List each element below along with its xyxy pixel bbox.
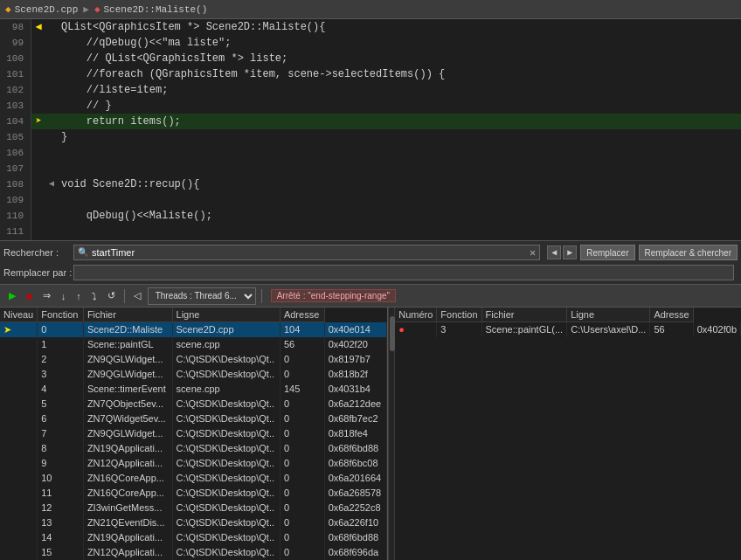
table-row[interactable]: 3ZN9QGLWidget...C:\QtSDK\Desktop\Qt..00x… <box>0 367 387 382</box>
row-arrow <box>0 367 38 382</box>
code-line: 106 <box>0 145 741 161</box>
reset-button[interactable]: ↺ <box>104 288 119 303</box>
line-number: 107 <box>0 161 31 176</box>
search-input[interactable] <box>92 247 530 258</box>
cell-fonction: ZN7QObject5ev... <box>83 397 172 411</box>
bp-cell-adresse: 0x402f0b <box>693 322 740 337</box>
table-row[interactable]: 15ZN12QApplicati...C:\QtSDK\Desktop\Qt..… <box>0 545 387 560</box>
table-row[interactable]: 5ZN7QObject5ev...C:\QtSDK\Desktop\Qt..00… <box>0 397 387 411</box>
cell-fichier: C:\QtSDK\Desktop\Qt.. <box>172 367 280 382</box>
step-into-button[interactable]: ↓ <box>58 289 70 303</box>
code-line: 99 //qDebug()<<"ma liste"; <box>0 35 741 51</box>
stop-button[interactable]: ■ <box>23 289 36 303</box>
line-content: } <box>58 129 67 145</box>
cell-fonction: ZN19QApplicati... <box>83 441 172 456</box>
search-prev-button[interactable]: ◀ <box>547 245 561 259</box>
table-row[interactable]: 4Scene::timerEventscene.cpp1450x4031b4 <box>0 382 387 397</box>
table-row[interactable]: 9ZN12QApplicati...C:\QtSDK\Desktop\Qt..0… <box>0 456 387 471</box>
table-row[interactable]: 2ZN9QGLWidget...C:\QtSDK\Desktop\Qt..00x… <box>0 352 387 367</box>
run-to-cursor-button[interactable]: ⤵ <box>88 289 100 303</box>
cell-adresse: 0x68f6bc08 <box>324 456 387 471</box>
cell-fonction: Scene2D::Maliste <box>83 322 172 337</box>
col-niveau: Niveau <box>0 308 38 322</box>
breakpoints-scroll[interactable]: Numéro Fonction Fichier Ligne Adresse ●3… <box>395 308 741 560</box>
clear-search-icon[interactable]: ✕ <box>530 246 536 259</box>
search-input-wrap: 🔍 ✕ <box>73 245 540 260</box>
breakpoints-panel: Numéro Fonction Fichier Ligne Adresse ●3… <box>395 308 741 560</box>
row-arrow <box>0 515 38 530</box>
line-content: void Scene2D::recup(){ <box>58 176 199 192</box>
step-out-button[interactable]: ↑ <box>73 289 85 303</box>
cell-fonction: ZN21QEventDis... <box>83 515 172 530</box>
cell-ligne: 0 <box>280 352 324 367</box>
code-line: 110 qDebug()<<Maliste(); <box>0 208 741 224</box>
cell-niveau: 5 <box>38 397 84 411</box>
breakpoints-table: Numéro Fonction Fichier Ligne Adresse ●3… <box>395 308 741 337</box>
line-content: //foreach (QGraphicsItem *item, scene->s… <box>58 66 445 82</box>
cell-niveau: 1 <box>38 337 84 352</box>
table-row[interactable]: 7ZN9QGLWidget...C:\QtSDK\Desktop\Qt..00x… <box>0 426 387 441</box>
cell-adresse: 0x6a2252c8 <box>324 501 387 515</box>
cell-niveau: 3 <box>38 367 84 382</box>
breakpoints-header: Numéro Fonction Fichier Ligne Adresse <box>395 308 740 322</box>
cell-ligne: 0 <box>280 530 324 545</box>
row-arrow <box>0 411 38 426</box>
table-row[interactable]: 8ZN19QApplicati...C:\QtSDK\Desktop\Qt..0… <box>0 441 387 456</box>
remplacer-chercher-button[interactable]: Remplacer & chercher <box>639 245 738 260</box>
cell-fichier: scene.cpp <box>172 337 280 352</box>
table-row[interactable]: 11ZN16QCoreApp...C:\QtSDK\Desktop\Qt..00… <box>0 486 387 501</box>
thread-select[interactable]: Threads : Thread 6... <box>148 287 256 305</box>
table-row[interactable]: ➤0Scene2D::MalisteScene2D.cpp1040x40e014 <box>0 322 387 337</box>
col-ligne: Ligne <box>172 308 280 322</box>
cell-niveau: 12 <box>38 501 84 515</box>
col-fonction: Fonction <box>38 308 84 322</box>
line-number: 105 <box>0 129 31 145</box>
cell-niveau: 6 <box>38 411 84 426</box>
cell-fichier: Scene2D.cpp <box>172 322 280 337</box>
step-over-button[interactable]: ⇒ <box>39 288 54 303</box>
table-row[interactable]: 6ZN7QWidget5ev...C:\QtSDK\Desktop\Qt..00… <box>0 411 387 426</box>
table-row[interactable]: ●3Scene::paintGL(...C:\Users\axel\D...56… <box>395 322 740 337</box>
line-number: 109 <box>0 192 31 208</box>
callstack-table: Niveau Fonction Fichier Ligne Adresse ➤0… <box>0 308 387 560</box>
file-icon: ◆ <box>5 3 11 15</box>
cell-fonction: ZN16QCoreApp... <box>83 471 172 486</box>
bp-cell-ligne: 56 <box>650 322 693 337</box>
cell-ligne: 0 <box>280 471 324 486</box>
continue-button[interactable]: ▶ <box>5 288 19 303</box>
titlebar-icon2: ◆ <box>94 3 100 15</box>
col-adresse: Adresse <box>280 308 324 322</box>
table-row[interactable]: 1Scene::paintGLscene.cpp560x402f20 <box>0 337 387 352</box>
bp-col-numero: Numéro <box>395 308 437 322</box>
callstack-header: Niveau Fonction Fichier Ligne Adresse <box>0 308 387 322</box>
code-line: 109 <box>0 192 741 208</box>
code-line: 107 <box>0 161 741 176</box>
search-next-button[interactable]: ▶ <box>563 245 577 259</box>
replace-input[interactable] <box>78 267 730 278</box>
remplacer-button[interactable]: Remplacer <box>580 245 634 260</box>
code-line: 108◀void Scene2D::recup(){ <box>0 176 741 192</box>
bp-cell-numero: 3 <box>437 322 481 337</box>
back-button[interactable]: ◁ <box>130 288 144 303</box>
table-row[interactable]: 14ZN19QApplicati...C:\QtSDK\Desktop\Qt..… <box>0 530 387 545</box>
cell-adresse: 0x6a201664 <box>324 471 387 486</box>
cell-ligne: 0 <box>280 501 324 515</box>
cell-adresse: 0x818fe4 <box>324 426 387 441</box>
bp-cell-fichier: C:\Users\axel\D... <box>567 322 650 337</box>
cell-ligne: 0 <box>280 486 324 501</box>
cell-adresse: 0x40e014 <box>324 322 387 337</box>
line-number: 106 <box>0 145 31 161</box>
callstack-scroll[interactable]: Niveau Fonction Fichier Ligne Adresse ➤0… <box>0 308 387 560</box>
row-arrow <box>0 397 38 411</box>
cell-fichier: C:\QtSDK\Desktop\Qt.. <box>172 441 280 456</box>
table-row[interactable]: 13ZN21QEventDis...C:\QtSDK\Desktop\Qt..0… <box>0 515 387 530</box>
cell-ligne: 104 <box>280 322 324 337</box>
line-number: 110 <box>0 208 31 224</box>
bp-col-ligne: Ligne <box>567 308 650 322</box>
table-row[interactable]: 10ZN16QCoreApp...C:\QtSDK\Desktop\Qt..00… <box>0 471 387 486</box>
cell-fonction: ZN7QWidget5ev... <box>83 411 172 426</box>
call-stack-panel: Niveau Fonction Fichier Ligne Adresse ➤0… <box>0 308 388 560</box>
cell-adresse: 0x68fb7ec2 <box>324 411 387 426</box>
table-row[interactable]: 12ZI3winGetMess...C:\QtSDK\Desktop\Qt..0… <box>0 501 387 515</box>
cell-niveau: 15 <box>38 545 84 560</box>
